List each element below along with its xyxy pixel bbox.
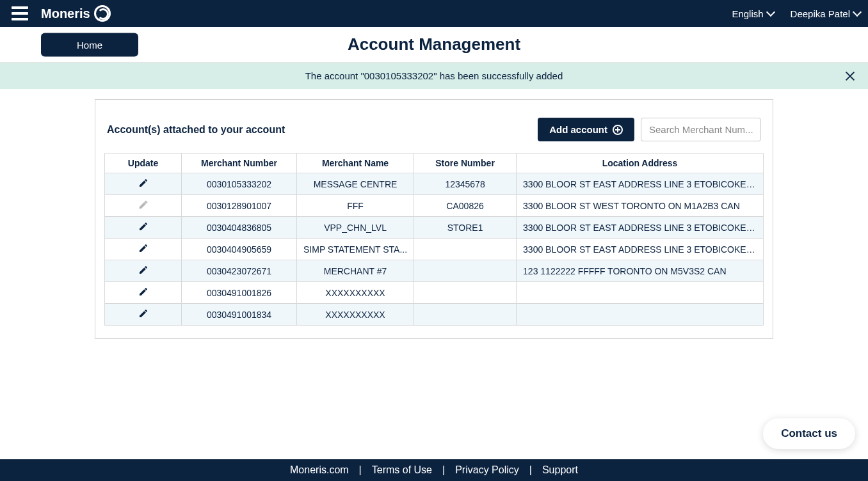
language-label: English <box>732 8 763 19</box>
cell-merchant-name: MESSAGE CENTRE <box>297 173 414 195</box>
footer-link[interactable]: Support <box>532 464 588 475</box>
edit-icon[interactable] <box>138 287 149 297</box>
contact-us-button[interactable]: Contact us <box>763 418 855 449</box>
sub-header: Home Account Management <box>0 27 868 63</box>
cell-location-address: 3300 BLOOR ST EAST ADDRESS LINE 3 ETOBIC… <box>517 239 764 260</box>
cell-store-number <box>414 304 517 326</box>
footer-link[interactable]: Terms of Use <box>362 464 442 475</box>
brand-name: Moneris <box>41 6 90 21</box>
menu-icon[interactable] <box>12 6 28 20</box>
cell-merchant-name: XXXXXXXXXX <box>297 304 414 326</box>
accounts-table: Update Merchant Number Merchant Name Sto… <box>104 153 764 326</box>
cell-store-number <box>414 260 517 282</box>
user-menu[interactable]: Deepika Patel <box>791 8 860 19</box>
cell-location-address: 3300 BLOOR ST EAST ADDRESS LINE 3 ETOBIC… <box>517 173 764 195</box>
cell-merchant-name: SIMP STATEMENT STA... <box>297 239 414 260</box>
brand-logo[interactable]: Moneris <box>41 5 111 22</box>
table-row: 0030491001826XXXXXXXXXX <box>105 282 764 304</box>
table-row: 0030128901007FFFCA008263300 BLOOR ST WES… <box>105 195 764 217</box>
cell-store-number <box>414 282 517 304</box>
cell-merchant-name: VPP_CHN_LVL <box>297 217 414 239</box>
section-title: Account(s) attached to your account <box>107 124 285 136</box>
cell-merchant-number: 0030105333202 <box>182 173 297 195</box>
edit-icon[interactable] <box>138 178 149 188</box>
cell-merchant-number: 0030404836805 <box>182 217 297 239</box>
card-header: Account(s) attached to your account Add … <box>104 118 764 153</box>
search-input[interactable] <box>641 118 761 141</box>
cell-store-number <box>414 239 517 260</box>
close-icon[interactable] <box>844 70 856 83</box>
header-left: Moneris <box>12 5 111 22</box>
edit-icon[interactable] <box>138 221 149 232</box>
edit-icon[interactable] <box>138 243 149 253</box>
add-account-label: Add account <box>549 124 607 135</box>
account-card: Account(s) attached to your account Add … <box>95 99 773 339</box>
user-name: Deepika Patel <box>791 8 850 19</box>
footer: Moneris.com|Terms of Use|Privacy Policy|… <box>0 459 868 481</box>
chevron-down-icon <box>853 8 862 17</box>
language-selector[interactable]: English <box>732 8 773 19</box>
cell-merchant-number: 0030128901007 <box>182 195 297 217</box>
table-row: 0030404905659SIMP STATEMENT STA...3300 B… <box>105 239 764 260</box>
edit-icon <box>138 200 149 210</box>
cell-merchant-number: 0030423072671 <box>182 260 297 282</box>
alert-message: The account "0030105333202" has been suc… <box>305 70 563 81</box>
top-header: Moneris English Deepika Patel <box>0 0 868 27</box>
add-account-button[interactable]: Add account <box>538 118 634 141</box>
cell-merchant-number: 0030491001826 <box>182 282 297 304</box>
cell-merchant-number: 0030491001834 <box>182 304 297 326</box>
cell-location-address: 3300 BLOOR ST EAST ADDRESS LINE 3 ETOBIC… <box>517 217 764 239</box>
plus-circle-icon <box>613 125 623 135</box>
home-button[interactable]: Home <box>41 33 138 56</box>
cell-store-number: CA00826 <box>414 195 517 217</box>
cell-merchant-name: FFF <box>297 195 414 217</box>
cell-location-address <box>517 282 764 304</box>
footer-link[interactable]: Privacy Policy <box>445 464 529 475</box>
card-actions: Add account <box>538 118 761 141</box>
header-right: English Deepika Patel <box>732 8 860 19</box>
cell-location-address <box>517 304 764 326</box>
cell-location-address: 123 1122222 FFFFF TORONTO ON M5V3S2 CAN <box>517 260 764 282</box>
cell-store-number: STORE1 <box>414 217 517 239</box>
th-update: Update <box>105 154 182 173</box>
table-row: 0030404836805VPP_CHN_LVLSTORE13300 BLOOR… <box>105 217 764 239</box>
success-alert: The account "0030105333202" has been suc… <box>0 63 868 89</box>
table-row: 0030105333202MESSAGE CENTRE123456783300 … <box>105 173 764 195</box>
chevron-down-icon <box>766 8 775 17</box>
cell-merchant-name: XXXXXXXXXX <box>297 282 414 304</box>
edit-icon[interactable] <box>138 308 149 319</box>
footer-link[interactable]: Moneris.com <box>280 464 359 475</box>
edit-icon[interactable] <box>138 265 149 275</box>
page-title: Account Management <box>348 35 520 54</box>
table-row: 0030423072671MERCHANT #7123 1122222 FFFF… <box>105 260 764 282</box>
cell-merchant-number: 0030404905659 <box>182 239 297 260</box>
th-merchant-name: Merchant Name <box>297 154 414 173</box>
brand-mark-icon <box>94 5 111 22</box>
table-row: 0030491001834XXXXXXXXXX <box>105 304 764 326</box>
th-location-address: Location Address <box>517 154 764 173</box>
cell-store-number: 12345678 <box>414 173 517 195</box>
th-store-number: Store Number <box>414 154 517 173</box>
cell-merchant-name: MERCHANT #7 <box>297 260 414 282</box>
main-content: Account(s) attached to your account Add … <box>0 89 868 459</box>
cell-location-address: 3300 BLOOR ST WEST TORONTO ON M1A2B3 CAN <box>517 195 764 217</box>
th-merchant-number: Merchant Number <box>182 154 297 173</box>
